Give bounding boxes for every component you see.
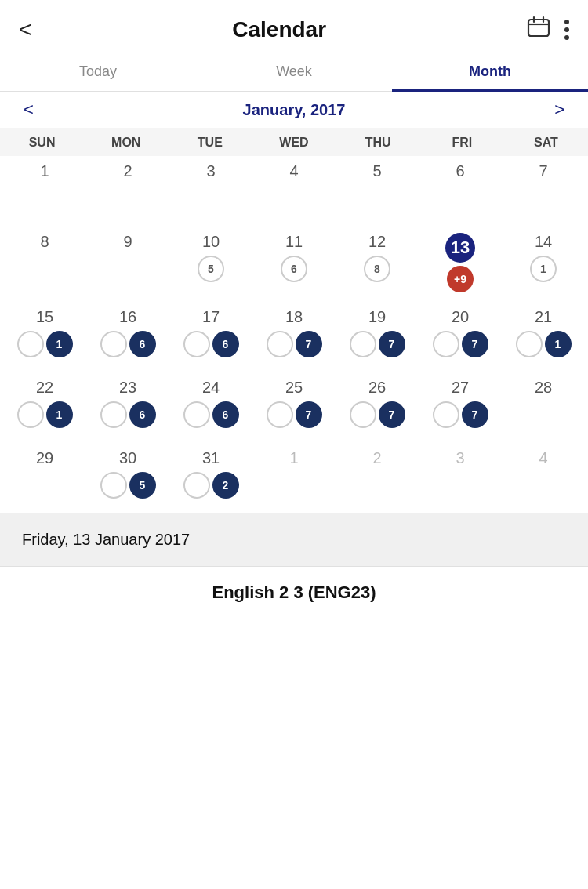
day-header-fri: FRI (420, 136, 504, 150)
event-badge: 6 (212, 331, 239, 357)
calendar-cell[interactable]: 312 (169, 443, 252, 513)
tab-today[interactable]: Today (0, 53, 196, 91)
badge-row: 2 (183, 472, 239, 499)
calendar-cell[interactable]: 105 (169, 227, 252, 302)
date-number: 10 (202, 233, 220, 251)
badge-row: 6 (281, 256, 307, 282)
calendar-cell[interactable]: 4 (502, 443, 585, 513)
calendar-cell[interactable]: 246 (169, 372, 252, 443)
date-number: 19 (368, 308, 386, 326)
badge-row: 6 (183, 401, 239, 428)
badge-row: 7 (350, 401, 405, 428)
back-button[interactable]: < (19, 17, 31, 42)
date-number: 14 (535, 233, 552, 251)
badge-row: 8 (364, 256, 390, 282)
calendar-cell[interactable]: 211 (502, 302, 585, 372)
date-number: 31 (202, 449, 220, 467)
date-number: 2 (123, 162, 132, 180)
calendar-cell[interactable]: 6 (419, 156, 502, 227)
calendar-grid: 12345678910511612813+9141151166176187197… (0, 156, 588, 513)
calendar-cell[interactable]: 3 (169, 156, 252, 227)
calendar-cell[interactable]: 9 (86, 227, 169, 302)
event-badge: 7 (379, 331, 405, 357)
calendar-cell[interactable]: 13+9 (419, 227, 502, 302)
tab-week[interactable]: Week (196, 53, 392, 91)
event-badge: 6 (129, 401, 156, 428)
calendar-cell[interactable]: 28 (502, 372, 585, 443)
calendar-cell[interactable]: 2 (336, 443, 419, 513)
date-number: 3 (456, 449, 464, 467)
date-number: 24 (202, 379, 220, 397)
calendar-cell[interactable]: 221 (3, 372, 86, 443)
selected-date-bar: Friday, 13 January 2017 (0, 513, 588, 566)
calendar-cell[interactable]: 128 (336, 227, 419, 302)
calendar-cell[interactable]: 187 (252, 302, 336, 372)
calendar-cell[interactable]: 305 (86, 443, 169, 513)
date-number: 18 (285, 308, 303, 326)
calendar-cell[interactable]: 8 (3, 227, 86, 302)
calendar-cell[interactable]: 3 (419, 443, 502, 513)
day-header-mon: MON (84, 136, 168, 150)
date-number: 4 (539, 449, 547, 467)
svg-rect-0 (528, 20, 549, 36)
event-badge: 1 (530, 256, 557, 282)
badge-row: 6 (100, 331, 156, 357)
calendar-cell[interactable]: 1 (3, 156, 86, 227)
date-number: 21 (535, 308, 552, 326)
date-number: 9 (123, 233, 132, 251)
calendar-cell[interactable]: 257 (252, 372, 336, 443)
page-title: Calendar (232, 17, 326, 42)
calendar-cell[interactable]: 207 (419, 302, 502, 372)
calendar-cell[interactable]: 197 (336, 302, 419, 372)
event-badge: 7 (296, 331, 322, 357)
more-icon[interactable] (564, 20, 569, 40)
date-number: 1 (289, 449, 298, 467)
event-badge (350, 331, 376, 357)
day-header-sat: SAT (504, 136, 588, 150)
month-navigation: < January, 2017 > (0, 92, 588, 128)
calendar-cell[interactable]: 277 (419, 372, 502, 443)
event-badge (433, 331, 459, 357)
calendar-cell[interactable]: 5 (336, 156, 419, 227)
date-number: 13 (445, 233, 475, 263)
calendar-icon[interactable] (527, 16, 550, 43)
date-number: 22 (36, 379, 53, 397)
calendar-cell[interactable]: 1 (252, 443, 336, 513)
calendar-cell[interactable]: 4 (252, 156, 336, 227)
calendar-cell[interactable]: 267 (336, 372, 419, 443)
date-number: 28 (535, 379, 552, 397)
tab-month[interactable]: Month (392, 53, 588, 91)
day-headers-row: SUN MON TUE WED THU FRI SAT (0, 128, 588, 156)
badge-row: 7 (350, 331, 405, 357)
app-header: < Calendar (0, 0, 588, 53)
date-number: 15 (36, 308, 53, 326)
date-number: 2 (372, 449, 381, 467)
calendar-cell[interactable]: 236 (86, 372, 169, 443)
calendar-cell[interactable]: 151 (3, 302, 86, 372)
badge-row: 1 (17, 401, 73, 428)
svg-point-5 (564, 27, 569, 32)
calendar-cell[interactable]: 29 (3, 443, 86, 513)
date-number: 7 (539, 162, 547, 180)
event-badge: 1 (46, 331, 73, 357)
event-badge (100, 472, 127, 499)
calendar-cell[interactable]: 141 (502, 227, 585, 302)
badge-row: 1 (17, 331, 73, 357)
badge-row: 1 (516, 331, 572, 357)
date-number: 25 (285, 379, 303, 397)
event-badge: 5 (129, 472, 156, 499)
event-badge: +9 (447, 266, 474, 292)
calendar-cell[interactable]: 7 (502, 156, 585, 227)
date-number: 4 (289, 162, 298, 180)
next-month-button[interactable]: > (546, 100, 572, 120)
badge-row: 6 (100, 401, 156, 428)
calendar-cell[interactable]: 2 (86, 156, 169, 227)
event-badge (350, 401, 376, 428)
date-number: 27 (452, 379, 469, 397)
calendar-cell[interactable]: 166 (86, 302, 169, 372)
calendar-cell[interactable]: 176 (169, 302, 252, 372)
event-badge: 1 (46, 401, 73, 428)
badge-row: 7 (433, 331, 488, 357)
calendar-cell[interactable]: 116 (252, 227, 336, 302)
prev-month-button[interactable]: < (16, 100, 42, 120)
